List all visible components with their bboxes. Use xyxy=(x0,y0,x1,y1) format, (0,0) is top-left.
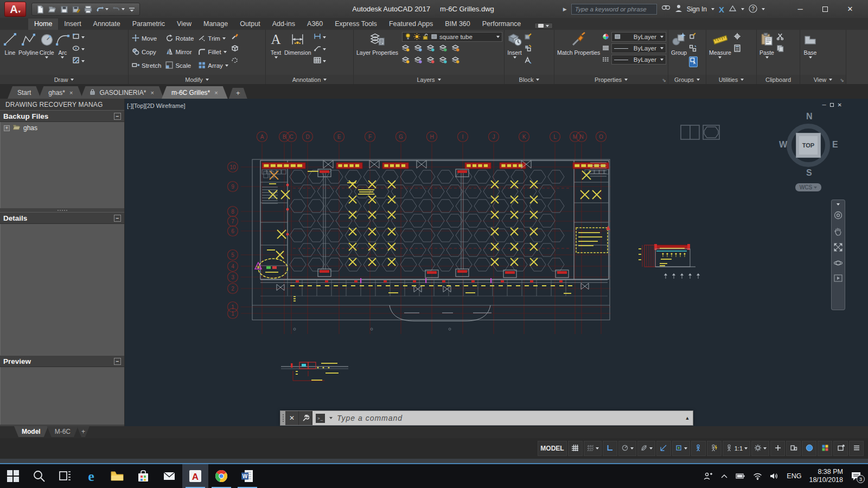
annotation-visibility-toggle[interactable] xyxy=(691,441,706,456)
command-caret-icon[interactable] xyxy=(329,417,333,419)
dialog-launcher-icon[interactable]: ⇘ xyxy=(662,78,666,83)
layer-tool-icon[interactable] xyxy=(452,56,459,66)
taskbar-store-icon[interactable] xyxy=(130,464,156,488)
layout-tab-m-6c[interactable]: M-6C xyxy=(47,426,78,437)
quick-calc-button[interactable] xyxy=(733,44,741,54)
close-tab-icon[interactable]: × xyxy=(69,89,73,96)
ribbon-tab-view[interactable]: View xyxy=(171,18,197,30)
expand-icon[interactable]: + xyxy=(4,125,10,131)
solid-button[interactable] xyxy=(231,44,239,54)
command-customize-icon[interactable] xyxy=(299,411,312,425)
ribbon-display-toggle[interactable] xyxy=(534,23,553,29)
command-input[interactable]: >_ Type a command xyxy=(312,411,682,425)
layer-color-swatch[interactable] xyxy=(431,33,438,41)
dimension-button[interactable]: Dimension xyxy=(284,31,312,56)
command-grip-handle[interactable] xyxy=(280,411,285,425)
battery-icon[interactable] xyxy=(736,473,745,479)
tray-expand-icon[interactable] xyxy=(720,473,728,479)
help-icon[interactable]: ? xyxy=(749,4,757,15)
panel-title-clipboard[interactable]: Clipboard xyxy=(757,75,800,84)
linetype-icon[interactable] xyxy=(602,55,609,65)
wifi-icon[interactable] xyxy=(753,473,762,480)
layer-tool-icon[interactable] xyxy=(414,56,422,66)
grid-toggle[interactable] xyxy=(568,441,583,456)
copy-clip-button[interactable] xyxy=(776,44,784,54)
text-button[interactable]: AText xyxy=(268,31,284,59)
people-icon[interactable] xyxy=(703,472,713,480)
graph-performance-toggle[interactable] xyxy=(802,441,816,456)
layer-thaw-icon[interactable] xyxy=(413,33,420,41)
minimize-button[interactable]: ─ xyxy=(788,0,813,18)
polar-toggle[interactable] xyxy=(618,441,636,456)
viewcube-east[interactable]: E xyxy=(832,140,838,150)
model-space-button[interactable]: MODEL xyxy=(538,441,566,456)
viewcube-north[interactable]: N xyxy=(806,112,813,121)
linetype-select[interactable]: ByLayer xyxy=(611,55,666,65)
measure-button[interactable]: Measure xyxy=(709,31,732,59)
ellipse-button[interactable] xyxy=(72,44,85,54)
array-button[interactable]: Array xyxy=(197,59,229,72)
search-icon[interactable] xyxy=(661,4,671,14)
osnap-tracking-toggle[interactable] xyxy=(656,441,671,456)
viewport-close-icon[interactable]: ✕ xyxy=(838,102,842,108)
redo-icon[interactable] xyxy=(112,6,125,13)
lineweight-select[interactable]: ByLayer xyxy=(611,43,666,53)
quick-properties-toggle[interactable] xyxy=(786,441,801,456)
dialog-launcher-icon[interactable]: ⇘ xyxy=(840,78,844,83)
language-indicator[interactable]: ENG xyxy=(787,472,801,480)
sign-in-caret-icon[interactable] xyxy=(711,8,714,10)
exchange-apps-icon[interactable]: X xyxy=(719,5,724,14)
group-select-button[interactable] xyxy=(689,56,698,67)
paste-button[interactable]: Paste xyxy=(759,31,775,59)
panel-title-groups[interactable]: Groups xyxy=(668,75,706,84)
circle-button[interactable]: Circle xyxy=(39,31,55,59)
pan-hand-icon[interactable] xyxy=(834,227,843,237)
color-wheel-icon[interactable] xyxy=(602,33,609,42)
panel-title-block[interactable]: Block xyxy=(505,75,554,84)
table-button[interactable] xyxy=(314,56,326,66)
panel-title-view[interactable]: View⇘ xyxy=(800,75,846,84)
ribbon-tab-output[interactable]: Output xyxy=(234,18,266,30)
snap-toggle[interactable] xyxy=(584,441,602,456)
ribbon-tab-manage[interactable]: Manage xyxy=(197,18,234,30)
base-button[interactable]: Base xyxy=(802,31,818,59)
layer-tool-icon[interactable] xyxy=(402,56,410,66)
command-line[interactable]: ✕ >_ Type a command ▲ xyxy=(280,410,693,426)
layer-unlock-icon[interactable] xyxy=(422,33,429,41)
plot-icon[interactable] xyxy=(84,5,92,14)
move-button[interactable]: Move xyxy=(131,31,162,45)
file-tab-m-6c-grilles-[interactable]: m-6C Grilles*× xyxy=(162,86,228,99)
fillet-button[interactable]: Fillet xyxy=(197,45,229,59)
viewport-minimize-icon[interactable]: ─ xyxy=(822,102,826,108)
clean-screen-toggle[interactable] xyxy=(833,441,848,456)
isodraft-toggle[interactable] xyxy=(637,441,655,456)
lasso-button[interactable] xyxy=(231,56,239,66)
layer-tool-icon[interactable] xyxy=(427,44,435,54)
group-edit-button[interactable] xyxy=(689,33,698,42)
file-tab-ghas-[interactable]: ghas*× xyxy=(39,86,82,99)
viewport-restore-icon[interactable] xyxy=(830,102,834,108)
copy-button[interactable]: Copy xyxy=(131,45,162,59)
new-layout-button[interactable]: + xyxy=(77,426,90,437)
layer-select[interactable]: square tube xyxy=(402,32,502,42)
open-icon[interactable] xyxy=(48,5,56,14)
help-caret-icon[interactable] xyxy=(762,8,765,10)
polyline-button[interactable]: Polyline xyxy=(18,31,39,56)
customization-toggle[interactable] xyxy=(849,441,864,456)
taskbar-file-explorer-icon[interactable] xyxy=(104,464,130,488)
a360-icon[interactable] xyxy=(729,5,737,14)
sign-in-button[interactable]: Sign In xyxy=(687,5,707,13)
trim-button[interactable]: Trim xyxy=(197,31,229,45)
volume-icon[interactable] xyxy=(770,472,779,480)
taskbar-search-icon[interactable] xyxy=(26,464,52,488)
lineweight-icon[interactable] xyxy=(602,44,609,54)
group-button[interactable]: Group xyxy=(671,31,687,56)
wcs-menu[interactable]: WCS xyxy=(795,183,821,191)
layer-on-icon[interactable] xyxy=(405,33,412,41)
layer-tool-icon[interactable] xyxy=(439,56,447,66)
workspace-gear-toggle[interactable] xyxy=(751,441,769,456)
layer-tool-icon[interactable] xyxy=(402,44,410,54)
taskbar-chrome-icon[interactable] xyxy=(208,464,234,488)
viewcube[interactable]: N S W E TOP WCS xyxy=(782,112,837,193)
panel-title-utilities[interactable]: Utilities xyxy=(706,75,756,84)
